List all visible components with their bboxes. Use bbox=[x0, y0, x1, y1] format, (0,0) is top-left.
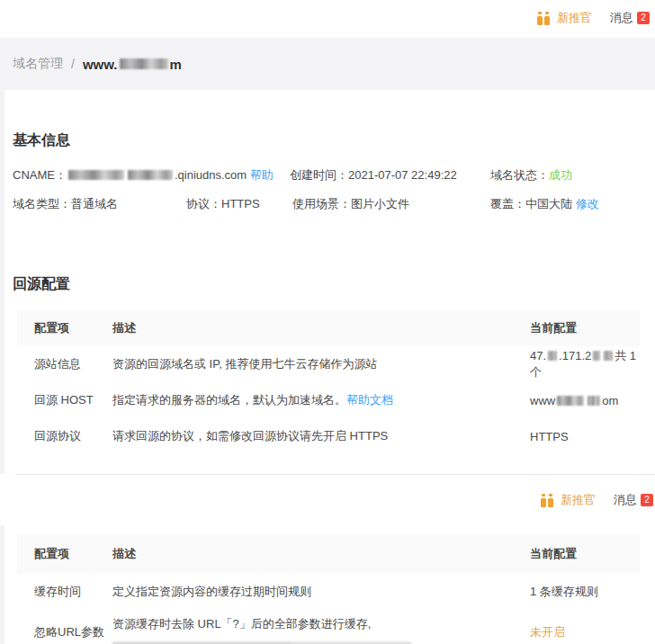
row-value: HTTPS bbox=[530, 430, 640, 443]
promo-link[interactable]: 新推官 bbox=[557, 10, 592, 26]
cname-field: CNAME：.qiniudns.com 帮助 bbox=[13, 167, 274, 183]
host-desc-text: 指定请求的服务器的域名，默认为加速域名。 bbox=[112, 393, 346, 407]
messages-label: 消息 bbox=[614, 492, 637, 508]
row-desc: 资源的回源域名或 IP, 推荐使用七牛云存储作为源站 bbox=[112, 356, 530, 372]
redacted-ip bbox=[548, 351, 557, 361]
coverage-label: 覆盖： bbox=[490, 197, 525, 210]
status-field: 域名状态：成功 bbox=[490, 167, 572, 183]
section-divider bbox=[15, 474, 655, 475]
col-current: 当前配置 bbox=[530, 546, 640, 562]
row-desc: 请求回源的协议，如需修改回源协议请先开启 HTTPS bbox=[112, 428, 530, 444]
promo-link[interactable]: 新推官 bbox=[561, 492, 596, 508]
cname-suffix: .qiniudns.com bbox=[175, 168, 247, 182]
messages-badge: 2 bbox=[637, 12, 650, 24]
origin-config-title: 回源配置 bbox=[13, 275, 70, 294]
host-prefix: www bbox=[530, 394, 555, 407]
row-value: 47..171.2共 1 个 bbox=[530, 348, 640, 380]
table-row: 源站信息 资源的回源域名或 IP, 推荐使用七牛云存储作为源站 47..171.… bbox=[17, 346, 640, 382]
created-value: 2021-07-07 22:49:22 bbox=[348, 168, 457, 182]
row-desc: 资源缓存时去除 URL「?」后的全部参数进行缓存, bbox=[112, 613, 530, 644]
messages-link[interactable]: 消息 2 bbox=[614, 492, 653, 508]
row-desc: 定义指定资源内容的缓存过期时间规则 bbox=[112, 584, 530, 600]
type-value: 普通域名 bbox=[71, 197, 118, 210]
origin-config-table: 配置项 描述 当前配置 源站信息 资源的回源域名或 IP, 推荐使用七牛云存储作… bbox=[17, 310, 640, 454]
gift-icon bbox=[540, 494, 554, 507]
cname-help-link[interactable]: 帮助 bbox=[250, 168, 274, 182]
row-name: 回源协议 bbox=[17, 428, 112, 444]
redacted-cname bbox=[128, 170, 173, 180]
status-badge: 成功 bbox=[549, 168, 572, 182]
messages-label: 消息 bbox=[610, 10, 633, 26]
row-name: 缓存时间 bbox=[17, 584, 112, 600]
row-desc: 指定请求的服务器的域名，默认为加速域名。帮助文档 bbox=[112, 392, 530, 408]
topbar: 新推官 消息 2 bbox=[536, 7, 650, 29]
breadcrumb-domain: www. m bbox=[83, 57, 182, 72]
redacted-domain bbox=[120, 58, 168, 69]
page-bg-strip-bottom bbox=[0, 525, 4, 644]
status-label: 域名状态： bbox=[490, 168, 549, 182]
table-header: 配置项 描述 当前配置 bbox=[17, 534, 640, 574]
gift-icon bbox=[536, 12, 551, 25]
row-value: 1 条缓存规则 bbox=[530, 584, 640, 600]
scenario-value: 图片小文件 bbox=[351, 197, 409, 210]
redacted-host bbox=[557, 396, 584, 406]
table-row: 回源协议 请求回源的协议，如需修改回源协议请先开启 HTTPS HTTPS bbox=[17, 418, 640, 454]
host-help-doc-link[interactable]: 帮助文档 bbox=[346, 393, 393, 407]
ip-mid: .171.2 bbox=[559, 349, 591, 362]
redacted-ip bbox=[593, 351, 600, 361]
host-suffix: om bbox=[602, 394, 618, 407]
basic-info-title: 基本信息 bbox=[13, 131, 70, 150]
col-item: 配置项 bbox=[17, 320, 112, 336]
cname-label: CNAME： bbox=[13, 168, 67, 182]
table-header: 配置项 描述 当前配置 bbox=[17, 310, 640, 346]
breadcrumb: 域名管理 / www. m bbox=[0, 38, 655, 90]
col-desc: 描述 bbox=[112, 546, 530, 562]
breadcrumb-root[interactable]: 域名管理 bbox=[13, 56, 63, 72]
created-label: 创建时间： bbox=[290, 168, 348, 182]
messages-badge: 2 bbox=[641, 494, 653, 506]
topbar: 新推官 消息 2 bbox=[540, 489, 653, 511]
domain-suffix: m bbox=[170, 57, 182, 72]
col-current: 当前配置 bbox=[530, 320, 640, 336]
ignore-params-desc-line1: 资源缓存时去除 URL「?」后的全部参数进行缓存, bbox=[112, 617, 371, 631]
page-bg-strip-top bbox=[0, 90, 4, 474]
table-row: 缓存时间 定义指定资源内容的缓存过期时间规则 1 条缓存规则 bbox=[17, 574, 640, 610]
created-field: 创建时间：2021-07-07 22:49:22 bbox=[290, 167, 457, 183]
redacted-ip bbox=[604, 351, 613, 361]
row-value: 未开启 bbox=[530, 624, 640, 640]
scenario-field: 使用场景：图片小文件 bbox=[292, 196, 409, 212]
domain-prefix: www. bbox=[83, 57, 118, 72]
col-item: 配置项 bbox=[17, 546, 112, 562]
row-name: 忽略URL参数 bbox=[17, 624, 112, 640]
protocol-label: 协议： bbox=[186, 197, 221, 210]
type-label: 域名类型： bbox=[13, 197, 71, 210]
coverage-field: 覆盖：中国大陆 修改 bbox=[490, 196, 599, 212]
coverage-value: 中国大陆 bbox=[525, 197, 572, 210]
table-row: 忽略URL参数 资源缓存时去除 URL「?」后的全部参数进行缓存, 未开启 bbox=[17, 610, 640, 644]
redacted-cname bbox=[68, 170, 124, 180]
protocol-field: 协议：HTTPS bbox=[186, 196, 260, 212]
domain-detail-page: 新推官 消息 2 域名管理 / www. m 基本信息 CNAME：.qiniu… bbox=[0, 0, 655, 644]
table-row: 回源 HOST 指定请求的服务器的域名，默认为加速域名。帮助文档 wwwom bbox=[17, 382, 640, 418]
row-name: 源站信息 bbox=[17, 356, 112, 372]
scenario-label: 使用场景： bbox=[292, 197, 351, 210]
ip-prefix: 47. bbox=[530, 349, 546, 362]
breadcrumb-separator: / bbox=[71, 57, 75, 71]
row-name: 回源 HOST bbox=[17, 392, 112, 408]
col-desc: 描述 bbox=[112, 320, 530, 336]
messages-link[interactable]: 消息 2 bbox=[610, 10, 650, 26]
protocol-value: HTTPS bbox=[221, 197, 260, 210]
cache-config-table: 配置项 描述 当前配置 缓存时间 定义指定资源内容的缓存过期时间规则 1 条缓存… bbox=[17, 534, 640, 644]
redacted-host bbox=[588, 396, 600, 406]
coverage-modify-link[interactable]: 修改 bbox=[576, 197, 599, 210]
row-value: wwwom bbox=[530, 394, 640, 407]
type-field: 域名类型：普通域名 bbox=[13, 196, 118, 212]
